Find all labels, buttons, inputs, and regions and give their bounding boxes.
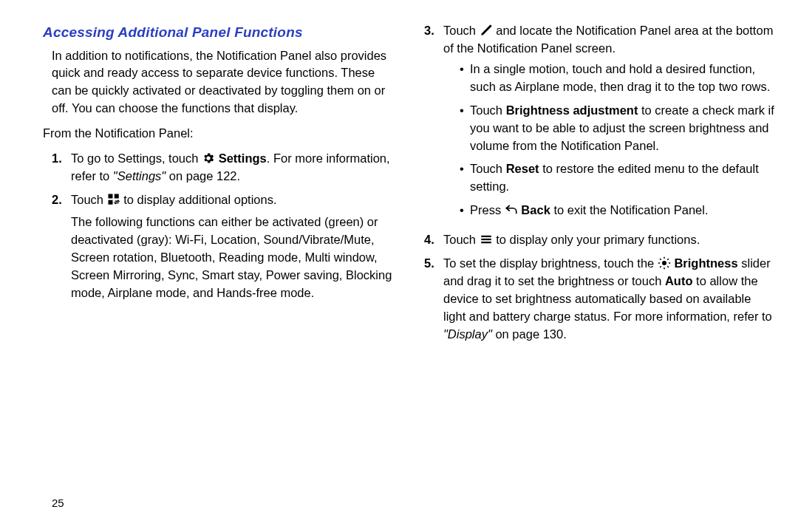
brightness-icon (658, 256, 671, 270)
step-number: 4. (424, 231, 443, 249)
svg-rect-5 (481, 242, 491, 243)
svg-line-12 (667, 266, 669, 267)
reset-label: Reset (506, 162, 539, 175)
text: To go to Settings, touch (71, 151, 202, 165)
text: to exit the Notification Panel. (550, 203, 709, 216)
step-number: 5. (424, 255, 443, 344)
auto-label: Auto (665, 274, 693, 287)
steps-list-right: 3. Touch and locate the Notification Pan… (424, 22, 776, 344)
svg-rect-3 (481, 236, 491, 237)
step-number: 3. (424, 22, 443, 225)
step-2-detail: The following functions can either be ac… (71, 215, 392, 299)
text: and locate the Notification Panel area a… (443, 24, 773, 55)
menu-lines-icon (480, 233, 493, 246)
step-4: 4. Touch to display only your primary fu… (424, 231, 776, 249)
step-body: Touch to display only your primary funct… (443, 231, 776, 249)
step-number: 1. (52, 150, 71, 185)
grid-swap-icon (107, 193, 120, 206)
settings-label: Settings (219, 151, 267, 165)
intro-paragraph: In addition to notifications, the Notifi… (52, 47, 395, 118)
bullet-item: In a single motion, touch and hold a des… (460, 61, 776, 96)
text: to display additional options. (123, 193, 276, 206)
step-5: 5. To set the display brightness, touch … (424, 255, 776, 344)
lead-line: From the Notification Panel: (43, 125, 395, 143)
svg-line-11 (660, 259, 661, 260)
step-body: Touch to display additional options. The… (71, 191, 395, 302)
text: to display only your primary functions. (496, 233, 700, 246)
text: on page 122. (166, 169, 240, 183)
back-label: Back (521, 203, 550, 216)
svg-rect-1 (108, 200, 112, 205)
step-body: Touch and locate the Notification Panel … (443, 22, 776, 225)
step-1: 1. To go to Settings, touch Settings. Fo… (52, 150, 395, 185)
text: Press (470, 203, 505, 216)
svg-point-6 (662, 261, 666, 265)
document-page: Accessing Additional Panel Functions In … (0, 0, 798, 532)
step-body: To set the display brightness, touch the… (443, 255, 776, 344)
steps-list-left: 1. To go to Settings, touch Settings. Fo… (52, 150, 395, 301)
bullet-item: Touch Brightness adjustment to create a … (460, 102, 776, 155)
text: Touch (443, 233, 480, 246)
svg-line-14 (667, 259, 669, 260)
svg-rect-2 (114, 194, 118, 199)
text: Touch (71, 193, 107, 206)
settings-ref: "Settings" (113, 169, 166, 183)
left-column: Accessing Additional Panel Functions In … (43, 22, 395, 532)
text: on page 130. (492, 327, 567, 341)
svg-rect-0 (108, 194, 112, 199)
bullet-item: Press Back to exit the Notification Pane… (460, 202, 776, 219)
pencil-icon (480, 24, 493, 37)
display-ref: "Display" (443, 327, 492, 341)
svg-rect-4 (481, 239, 491, 240)
step-3: 3. Touch and locate the Notification Pan… (424, 22, 776, 225)
section-heading: Accessing Additional Panel Functions (43, 22, 395, 43)
brightness-label: Brightness (674, 256, 737, 270)
bullet-item: Touch Reset to restore the edited menu t… (460, 160, 776, 196)
step-3-bullets: In a single motion, touch and hold a des… (460, 61, 776, 219)
text: Touch (470, 103, 506, 117)
step-2: 2. Touch to display additional options. … (52, 191, 395, 302)
text: Touch (443, 24, 480, 37)
gear-icon (202, 151, 215, 165)
step-number: 2. (52, 191, 71, 302)
text: Touch (470, 162, 506, 175)
back-icon (505, 203, 518, 216)
page-number: 25 (52, 495, 64, 511)
svg-line-13 (660, 266, 661, 267)
text: To set the display brightness, touch the (443, 256, 658, 270)
brightness-adjustment-label: Brightness adjustment (506, 103, 638, 117)
right-column: 3. Touch and locate the Notification Pan… (424, 22, 776, 532)
step-body: To go to Settings, touch Settings. For m… (71, 150, 395, 185)
